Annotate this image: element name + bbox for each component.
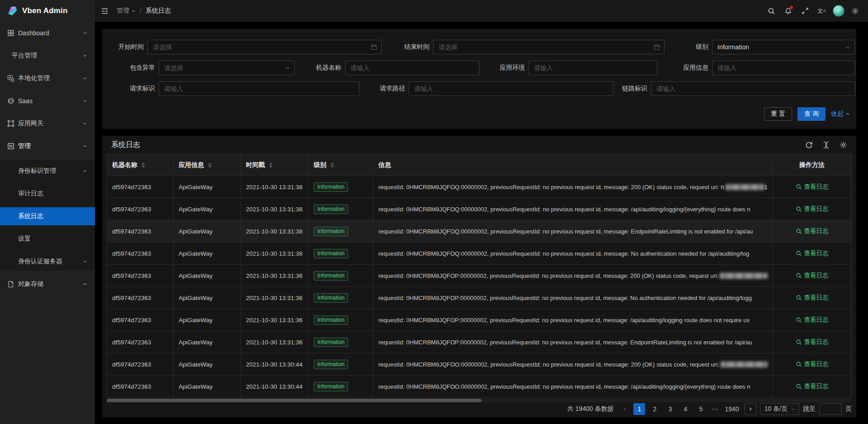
- chevron-down-icon: [83, 282, 87, 286]
- sidebar-item-设置[interactable]: 设置: [0, 230, 95, 248]
- sidebar-item-label: 身份标识管理: [18, 167, 56, 175]
- level-tag: Information: [314, 293, 348, 303]
- start-time-picker[interactable]: [147, 40, 382, 54]
- page-button-4[interactable]: 4: [679, 403, 691, 415]
- sidebar-item-本地化管理[interactable]: 本地化管理: [0, 69, 95, 87]
- page-size-select[interactable]: 10 条/页: [760, 403, 799, 415]
- sidebar-item-身份标识管理[interactable]: 身份标识管理: [0, 162, 95, 180]
- view-log-link[interactable]: 查看日志: [796, 249, 829, 257]
- app-env-box[interactable]: [528, 61, 657, 75]
- column-header-timestamp[interactable]: 时间戳: [241, 154, 309, 176]
- field-end-time: 结束时间: [394, 40, 665, 54]
- collapse-link[interactable]: 收起: [831, 110, 850, 118]
- breadcrumb-parent[interactable]: 管理: [117, 7, 136, 15]
- page-button-5[interactable]: 5: [695, 403, 707, 415]
- level-select[interactable]: Information: [712, 40, 855, 54]
- request-id-input[interactable]: [164, 85, 345, 92]
- sidebar-item-应用网关[interactable]: 应用网关: [0, 114, 95, 133]
- cell-machine-name: df5974d72363: [107, 331, 174, 353]
- page-button-1[interactable]: 1: [633, 403, 645, 415]
- table-row: df5974d72363ApiGateWay2021-10-30 13:31:3…: [107, 176, 851, 198]
- end-time-picker[interactable]: [433, 40, 665, 54]
- view-log-link[interactable]: 查看日志: [796, 294, 829, 302]
- cell-level: Information: [309, 331, 373, 353]
- notification-bell-icon[interactable]: [780, 0, 797, 22]
- column-header-level[interactable]: 级别: [309, 154, 373, 176]
- table-row: df5974d72363ApiGateWay2021-10-30 13:31:3…: [107, 198, 851, 220]
- logo[interactable]: Vben Admin: [0, 0, 95, 22]
- view-log-link[interactable]: 查看日志: [796, 183, 829, 191]
- request-path-box[interactable]: [409, 81, 613, 96]
- app-info-input[interactable]: [717, 64, 841, 71]
- sort-icon[interactable]: [330, 162, 334, 168]
- sidebar-item-身份认证服务器[interactable]: 身份认证服务器: [0, 252, 95, 271]
- trace-id-input[interactable]: [656, 85, 841, 92]
- translate-icon[interactable]: 文A: [813, 0, 830, 22]
- jump-page-input[interactable]: [819, 403, 842, 415]
- table-row: df5974d72363ApiGateWay2021-10-30 13:31:3…: [107, 265, 851, 287]
- sidebar-item-Dashboard[interactable]: Dashboard: [0, 24, 95, 42]
- menu-fold-icon[interactable]: [101, 7, 108, 15]
- chevron-down-icon: [83, 53, 87, 58]
- breadcrumb: 管理 / 系统日志: [117, 7, 171, 15]
- sidebar-item-label: 本地化管理: [18, 74, 50, 82]
- sidebar-item-对象存储[interactable]: 对象存储: [0, 275, 95, 293]
- sort-icon[interactable]: [142, 162, 145, 168]
- request-id-box[interactable]: [159, 81, 359, 96]
- user-avatar[interactable]: [830, 0, 847, 22]
- refresh-icon[interactable]: [805, 141, 813, 149]
- view-log-link[interactable]: 查看日志: [796, 338, 829, 346]
- view-log-link[interactable]: 查看日志: [796, 205, 829, 213]
- notification-badge: [790, 6, 793, 9]
- sidebar-item-管理[interactable]: 管理: [0, 137, 95, 155]
- page-button-2[interactable]: 2: [649, 403, 660, 415]
- end-time-input[interactable]: [439, 43, 651, 51]
- reset-button[interactable]: 重 置: [764, 107, 792, 121]
- sort-icon[interactable]: [208, 162, 212, 168]
- has-exception-select[interactable]: [159, 61, 295, 75]
- machine-name-input[interactable]: [350, 64, 466, 71]
- cell-machine-name: df5974d72363: [107, 220, 174, 243]
- view-log-link[interactable]: 查看日志: [796, 272, 829, 280]
- app-info-box[interactable]: [712, 61, 855, 75]
- sort-icon[interactable]: [269, 162, 273, 168]
- column-header-machine[interactable]: 机器名称: [107, 154, 174, 176]
- fullscreen-icon[interactable]: [797, 0, 813, 22]
- pagination-ellipsis[interactable]: •••: [710, 406, 719, 412]
- settings-gear-icon[interactable]: [847, 0, 863, 22]
- sidebar-item-平台管理[interactable]: 平台管理: [0, 47, 95, 65]
- column-height-icon[interactable]: [822, 141, 830, 149]
- field-request-path: 请求路径: [370, 81, 613, 96]
- table-header-row: 机器名称 应用信息 时间戳 级别 信息 操作方法: [107, 154, 851, 176]
- cell-machine-name: df5974d72363: [107, 309, 174, 331]
- request-path-input[interactable]: [414, 85, 599, 92]
- sidebar-item-Saas[interactable]: Saas: [0, 92, 95, 110]
- view-log-link[interactable]: 查看日志: [796, 360, 829, 368]
- last-page-button[interactable]: 1940: [723, 403, 741, 415]
- magnifier-icon: [796, 272, 802, 279]
- has-exception-input[interactable]: [164, 64, 281, 71]
- cell-timestamp: 2021-10-30 13:31:36: [241, 309, 309, 331]
- breadcrumb-separator: /: [140, 7, 142, 14]
- view-log-link[interactable]: 查看日志: [796, 316, 829, 324]
- scrollbar-thumb[interactable]: [107, 399, 481, 402]
- view-log-link[interactable]: 查看日志: [796, 382, 829, 391]
- cell-timestamp: 2021-10-30 13:31:38: [241, 176, 309, 198]
- machine-name-box[interactable]: [345, 61, 480, 75]
- page-button-3[interactable]: 3: [664, 403, 676, 415]
- level-tag: Information: [314, 182, 348, 192]
- view-log-link[interactable]: 查看日志: [796, 227, 829, 235]
- app-env-input[interactable]: [534, 64, 643, 71]
- start-time-input[interactable]: [153, 43, 368, 51]
- sidebar-item-系统日志[interactable]: 系统日志: [0, 207, 95, 225]
- search-button[interactable]: 查 询: [797, 107, 826, 121]
- search-icon[interactable]: [763, 0, 780, 22]
- cell-level: Information: [309, 265, 373, 287]
- sidebar-item-审计日志[interactable]: 审计日志: [0, 185, 95, 203]
- magnifier-icon: [796, 383, 802, 390]
- table-settings-gear-icon[interactable]: [840, 141, 847, 149]
- column-header-app[interactable]: 应用信息: [174, 154, 241, 176]
- next-page-button[interactable]: [745, 403, 756, 415]
- prev-page-button[interactable]: [620, 403, 630, 415]
- trace-id-box[interactable]: [651, 81, 855, 96]
